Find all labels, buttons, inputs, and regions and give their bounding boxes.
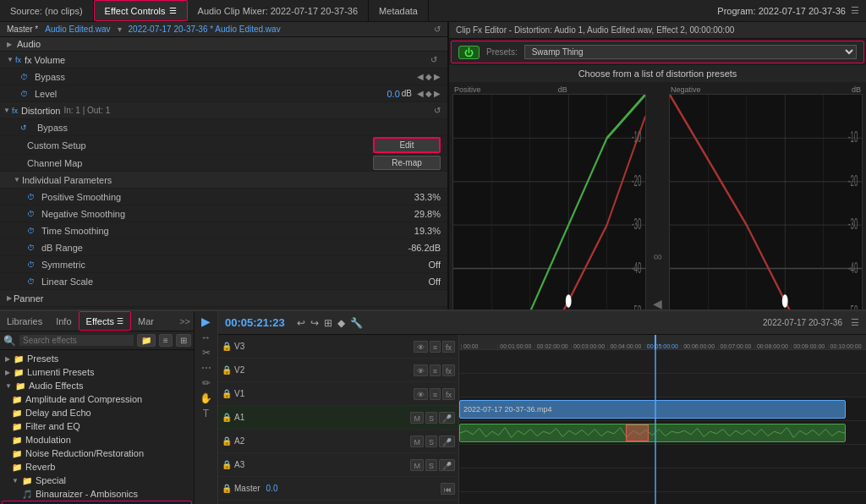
tree-item-amplitude[interactable]: 📁 Amplitude and Compression [2, 392, 192, 406]
ripple-tool[interactable]: ↔ [201, 331, 211, 343]
a1-s[interactable]: S [425, 412, 437, 424]
a1-clip[interactable] [459, 424, 846, 442]
razor-tool[interactable]: ✂ [202, 347, 211, 359]
tree-item-binauraizer[interactable]: 🎵 Binauraizer - Ambisonics [2, 487, 192, 501]
v2-eye[interactable]: 👁 [414, 364, 428, 376]
level-value[interactable]: 0.0 [332, 89, 400, 99]
tree-item-presets[interactable]: ▶ 📁 Presets [2, 352, 192, 365]
individual-params-row[interactable]: ▼ Individual Parameters [0, 172, 447, 189]
v1-sync[interactable]: ≡ [430, 388, 441, 400]
new-bin-button[interactable]: 📁 [137, 334, 156, 347]
pen-tool[interactable]: ✏ [202, 377, 211, 389]
bypass-row[interactable]: ⏱ Bypass ◀ ◆ ▶ [0, 68, 447, 85]
a2-mic[interactable]: 🎤 [439, 436, 455, 447]
tab-source[interactable]: Source: (no clips) [0, 0, 94, 21]
tree-item-filter[interactable]: 📁 Filter and EQ [2, 419, 192, 433]
tl-btn-forward[interactable]: ↪ [310, 317, 319, 329]
tab-libraries[interactable]: Libraries [0, 311, 49, 331]
text-tool[interactable]: T [203, 408, 209, 419]
filter-folder: 📁 [12, 422, 22, 431]
ls-value[interactable]: Off [373, 277, 441, 287]
level-keyframe-right[interactable]: ▶ [434, 89, 441, 98]
tree-item-delay[interactable]: 📁 Delay and Echo [2, 406, 192, 419]
list-view-button[interactable]: ≡ [159, 334, 173, 347]
tl-btn-marker[interactable]: ◆ [337, 317, 345, 329]
level-keyframe-left[interactable]: ◀ [417, 89, 424, 98]
distortion-collapse[interactable]: ▼ [3, 107, 10, 114]
dist-bypass-row[interactable]: ↺ Bypass [0, 119, 447, 136]
time-smooth-row[interactable]: ⏱ Time Smoothing 19.3% [0, 222, 447, 239]
reset-icon[interactable]: ↺ [434, 25, 441, 34]
icon-view-button[interactable]: ⊞ [176, 334, 191, 347]
v3-fx[interactable]: fx [442, 341, 455, 353]
a3-mic[interactable]: 🎤 [439, 459, 455, 471]
master-skip[interactable]: ⏮ [441, 483, 455, 495]
negative-smooth-row[interactable]: ⏱ Negative Smoothing 29.8% [0, 205, 447, 222]
effect-controls-menu-icon[interactable]: ☰ [169, 6, 177, 15]
preset-select[interactable]: Swamp Thing [524, 45, 857, 59]
timeline-menu[interactable]: ☰ [851, 317, 859, 328]
slip-tool[interactable]: ⋯ [201, 362, 211, 374]
db-range-row[interactable]: ⏱ dB Range -86.2dB [0, 239, 447, 256]
tl-btn-wrench[interactable]: 🔧 [350, 317, 363, 329]
v3-sync[interactable]: ≡ [430, 341, 441, 353]
a3-s[interactable]: S [425, 459, 437, 471]
dropdown-arrow[interactable]: ▾ [118, 25, 122, 34]
distortion-reset[interactable]: ↺ [434, 106, 441, 115]
ps-value[interactable]: 33.3% [373, 192, 441, 202]
v1-eye[interactable]: 👁 [414, 388, 428, 400]
tab-effects[interactable]: Effects ☰ [79, 311, 131, 331]
effects-menu-icon[interactable]: ☰ [117, 317, 123, 326]
tl-btn-back[interactable]: ↩ [297, 317, 305, 329]
level-row[interactable]: ⏱ Level 0.0 dB ◀ ◆ ▶ [0, 85, 447, 102]
a3-m[interactable]: M [410, 459, 424, 471]
power-button[interactable]: ⏻ [458, 46, 480, 59]
level-diamond[interactable]: ◆ [425, 89, 432, 98]
volume-collapse[interactable]: ▼ [7, 56, 14, 63]
tree-item-lumenti[interactable]: ▶ 📁 Lumenti Presets [2, 365, 192, 379]
hand-tool[interactable]: ✋ [200, 392, 212, 404]
sym-value[interactable]: Off [373, 260, 441, 270]
tab-info[interactable]: Info [49, 311, 78, 331]
a1-mic[interactable]: 🎤 [439, 412, 455, 424]
tree-item-distortion[interactable]: 🎵 Distortion [2, 501, 192, 504]
params-collapse[interactable]: ▼ [14, 176, 20, 184]
remap-button[interactable]: Re-map [373, 156, 441, 170]
bypass-keyframe-right[interactable]: ▶ [434, 72, 441, 81]
effects-search-input[interactable] [19, 335, 134, 346]
symmetric-row[interactable]: ⏱ Symmetric Off [0, 256, 447, 273]
tree-item-audio-effects[interactable]: ▼ 📁 Audio Effects [2, 379, 192, 392]
a2-m[interactable]: M [410, 436, 424, 447]
edit-button[interactable]: Edit [373, 137, 441, 153]
positive-smooth-row[interactable]: ⏱ Positive Smoothing 33.3% [0, 189, 447, 205]
v2-fx[interactable]: fx [442, 364, 455, 376]
tree-item-special[interactable]: ▼ 📁 Special [2, 474, 192, 487]
a1-m[interactable]: M [410, 412, 424, 424]
v1-fx[interactable]: fx [442, 388, 455, 400]
panner-collapse[interactable]: ▶ [7, 294, 12, 302]
tree-item-reverb[interactable]: 📁 Reverb [2, 460, 192, 474]
a2-s[interactable]: S [425, 436, 437, 447]
select-tool[interactable]: ▶ [201, 315, 211, 328]
tab-mar[interactable]: Mar [131, 311, 161, 331]
db-value[interactable]: -86.2dB [373, 243, 441, 253]
panner-row[interactable]: ▶ Panner [0, 290, 447, 307]
tl-btn-snap[interactable]: ⊞ [324, 317, 332, 329]
tree-item-noise[interactable]: 📁 Noise Reduction/Restoration [2, 446, 192, 460]
tab-metadata[interactable]: Metadata [369, 0, 429, 21]
tab-effect-controls[interactable]: Effect Controls ☰ [94, 0, 188, 21]
program-menu-icon[interactable]: ☰ [851, 5, 859, 16]
ns-value[interactable]: 29.8% [373, 209, 441, 219]
v1-clip[interactable]: 2022-07-17 20-37-36.mp4 [459, 400, 846, 419]
tree-item-modulation[interactable]: 📁 Modulation [2, 433, 192, 446]
volume-reset[interactable]: ↺ [430, 55, 437, 64]
bypass-diamond[interactable]: ◆ [425, 72, 432, 81]
audio-collapse[interactable]: ▶ [7, 41, 12, 48]
tab-audio-clip-mixer[interactable]: Audio Clip Mixer: 2022-07-17 20-37-36 [188, 0, 370, 21]
linear-scale-row[interactable]: ⏱ Linear Scale Off [0, 273, 447, 290]
bypass-keyframe-left[interactable]: ◀ [417, 72, 424, 81]
v3-eye[interactable]: 👁 [414, 341, 428, 353]
ts-value[interactable]: 19.3% [373, 226, 441, 236]
panel-more[interactable]: >> [176, 316, 194, 326]
v2-sync[interactable]: ≡ [430, 364, 441, 376]
